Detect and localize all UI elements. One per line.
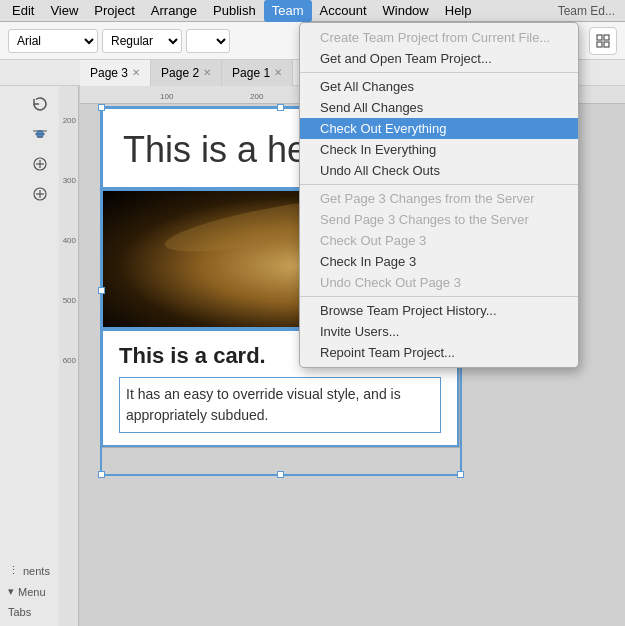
- svg-rect-3: [604, 42, 609, 47]
- layout-icon-btn[interactable]: [589, 27, 617, 55]
- menu-window[interactable]: Window: [375, 0, 437, 22]
- menubar: Edit View Project Arrange Publish Team A…: [0, 0, 625, 22]
- team-dropdown-menu: Create Team Project from Current File...…: [299, 22, 579, 368]
- handle-bm: [277, 471, 284, 478]
- menu-send-page3-changes[interactable]: Send Page 3 Changes to the Server: [300, 209, 578, 230]
- menu-get-open-team-project[interactable]: Get and Open Team Project...: [300, 48, 578, 69]
- team-edit-label: Team Ed...: [552, 4, 621, 18]
- ruler-mark-200: 200: [59, 116, 78, 125]
- svg-rect-1: [604, 35, 609, 40]
- tab-page2-close[interactable]: ✕: [203, 67, 211, 78]
- menu-get-page3-changes[interactable]: Get Page 3 Changes from the Server: [300, 188, 578, 209]
- menu-repoint-team-project[interactable]: Repoint Team Project...: [300, 342, 578, 363]
- menu-undo-check-out-page3[interactable]: Undo Check Out Page 3: [300, 272, 578, 293]
- tabs-label-text: Tabs: [8, 606, 31, 618]
- tab-page1-label: Page 1: [232, 66, 270, 80]
- ruler-mark-500: 500: [59, 296, 78, 305]
- tab-page3-close[interactable]: ✕: [132, 67, 140, 78]
- svg-rect-0: [597, 35, 602, 40]
- menu-get-all-changes[interactable]: Get All Changes: [300, 76, 578, 97]
- rotate-icon[interactable]: [28, 92, 52, 116]
- ruler-mark-400: 400: [59, 236, 78, 245]
- chevron-down-icon: ▾: [8, 585, 14, 598]
- card-body: It has an easy to override visual style,…: [119, 377, 441, 433]
- menu-send-all-changes[interactable]: Send All Changes: [300, 97, 578, 118]
- left-panel: 200 300 400 500 600 ⋮ nents ▾ Menu Tabs: [0, 86, 80, 626]
- add-circle-2-icon[interactable]: [28, 182, 52, 206]
- menu-arrange[interactable]: Arrange: [143, 0, 205, 22]
- ellipsis-icon: ⋮: [8, 564, 19, 577]
- tab-page3-label: Page 3: [90, 66, 128, 80]
- menu-divider-2: [300, 184, 578, 185]
- menu-team[interactable]: Team: [264, 0, 312, 22]
- menu-check-in-everything[interactable]: Check In Everything: [300, 139, 578, 160]
- menu-publish[interactable]: Publish: [205, 0, 264, 22]
- menu-browse-history[interactable]: Browse Team Project History...: [300, 300, 578, 321]
- menu-help[interactable]: Help: [437, 0, 480, 22]
- ruler-h-100: 100: [160, 92, 173, 101]
- svg-rect-2: [597, 42, 602, 47]
- font-style-select[interactable]: Regular: [102, 29, 182, 53]
- components-label-text: nents: [23, 565, 50, 577]
- tab-page2[interactable]: Page 2 ✕: [151, 60, 222, 86]
- menu-create-team-project[interactable]: Create Team Project from Current File...: [300, 27, 578, 48]
- tab-page1[interactable]: Page 1 ✕: [222, 60, 293, 86]
- ruler-mark-300: 300: [59, 176, 78, 185]
- handle-bl: [98, 471, 105, 478]
- menu-edit[interactable]: Edit: [4, 0, 42, 22]
- filter-icon[interactable]: [28, 122, 52, 146]
- tab-page2-label: Page 2: [161, 66, 199, 80]
- menu-check-out-page3[interactable]: Check Out Page 3: [300, 230, 578, 251]
- menu-label-text: Menu: [18, 586, 46, 598]
- tab-page1-close[interactable]: ✕: [274, 67, 282, 78]
- menu-view[interactable]: View: [42, 0, 86, 22]
- menu-divider-1: [300, 72, 578, 73]
- ruler-h-200: 200: [250, 92, 263, 101]
- vertical-ruler: 200 300 400 500 600: [59, 86, 79, 626]
- menu-check-in-page3[interactable]: Check In Page 3: [300, 251, 578, 272]
- ruler-mark-600: 600: [59, 356, 78, 365]
- menu-account[interactable]: Account: [312, 0, 375, 22]
- handle-br: [457, 471, 464, 478]
- menu-check-out-everything[interactable]: Check Out Everything: [300, 118, 578, 139]
- menu-project[interactable]: Project: [86, 0, 142, 22]
- menu-divider-3: [300, 296, 578, 297]
- add-circle-icon[interactable]: [28, 152, 52, 176]
- tab-page3[interactable]: Page 3 ✕: [80, 60, 151, 86]
- menu-undo-all-check-outs[interactable]: Undo All Check Outs: [300, 160, 578, 181]
- menu-invite-users[interactable]: Invite Users...: [300, 321, 578, 342]
- font-family-select[interactable]: Arial: [8, 29, 98, 53]
- font-size-select[interactable]: [186, 29, 230, 53]
